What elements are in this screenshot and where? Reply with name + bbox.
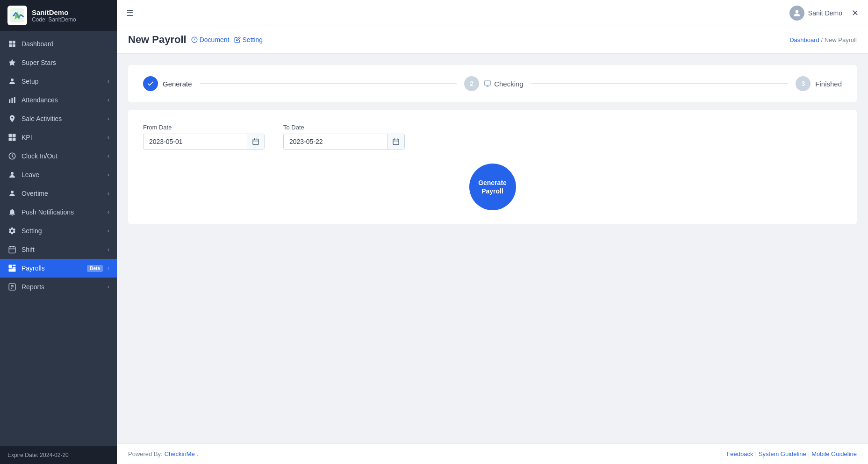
svg-rect-34 bbox=[484, 81, 490, 85]
sidebar-item-reports[interactable]: Reports ‹ bbox=[0, 278, 117, 296]
svg-rect-37 bbox=[253, 139, 258, 145]
chevron-icon: ‹ bbox=[108, 246, 109, 253]
to-date-input[interactable] bbox=[284, 134, 387, 149]
feedback-link[interactable]: Feedback bbox=[726, 450, 753, 457]
mobile-guideline-link[interactable]: Mobile Guideline bbox=[811, 450, 857, 457]
to-date-picker-button[interactable] bbox=[387, 134, 404, 149]
svg-point-16 bbox=[11, 172, 14, 175]
from-date-wrapper bbox=[143, 134, 265, 150]
chevron-icon: ‹ bbox=[108, 97, 109, 103]
svg-point-17 bbox=[11, 191, 14, 193]
overtime-icon bbox=[7, 189, 17, 198]
payroll-icon bbox=[7, 264, 17, 273]
chevron-icon: ‹ bbox=[108, 171, 109, 178]
sidebar-item-label: Super Stars bbox=[22, 59, 109, 66]
clock-icon bbox=[7, 151, 17, 161]
sidebar-item-clockinout[interactable]: Clock In/Out ‹ bbox=[0, 147, 117, 165]
sidebar-item-overtime[interactable]: Overtime ‹ bbox=[0, 184, 117, 203]
chevron-icon: ‹ bbox=[108, 228, 109, 234]
chart-icon bbox=[7, 95, 17, 105]
sidebar-item-leave[interactable]: Leave ‹ bbox=[0, 165, 117, 184]
from-date-input[interactable] bbox=[143, 134, 247, 149]
svg-rect-12 bbox=[13, 134, 16, 137]
person-icon bbox=[7, 77, 17, 86]
sidebar-nav: Dashboard Super Stars Setup ‹ Attendance… bbox=[0, 31, 117, 446]
user-menu[interactable]: Sanit Demo bbox=[789, 6, 842, 21]
footer-links: Feedback | System Guideline | Mobile Gui… bbox=[726, 450, 857, 457]
sidebar-item-payrolls[interactable]: Payrolls Beta ‹ bbox=[0, 259, 117, 278]
sidebar-item-label: KPI bbox=[22, 134, 103, 141]
setting-link[interactable]: Setting bbox=[234, 36, 263, 43]
sidebar-item-label: Attendances bbox=[22, 96, 103, 104]
sidebar-item-label: Payrolls bbox=[22, 264, 82, 272]
from-date-picker-button[interactable] bbox=[247, 134, 264, 149]
step-line-1 bbox=[200, 83, 457, 84]
step-number-checking: 2 bbox=[470, 80, 473, 87]
sidebar-item-pushnotifications[interactable]: Push Notifications ‹ bbox=[0, 203, 117, 221]
sidebar-item-label: Leave bbox=[22, 171, 103, 178]
svg-rect-8 bbox=[9, 100, 10, 103]
chevron-icon: ‹ bbox=[108, 209, 109, 215]
reports-icon bbox=[7, 282, 17, 292]
chevron-icon: ‹ bbox=[108, 153, 109, 159]
svg-rect-9 bbox=[12, 98, 13, 103]
checkinme-link[interactable]: CheckinMe bbox=[165, 450, 195, 457]
steps-container: Generate 2 Checking 3 bbox=[128, 65, 857, 102]
breadcrumb-home[interactable]: Dashboard bbox=[789, 36, 819, 43]
form-row: From Date To Date bbox=[143, 124, 842, 150]
sidebar-item-attendances[interactable]: Attendances ‹ bbox=[0, 91, 117, 109]
sidebar-item-setting[interactable]: Setting ‹ bbox=[0, 221, 117, 240]
system-guideline-link[interactable]: System Guideline bbox=[759, 450, 806, 457]
svg-rect-13 bbox=[9, 138, 12, 141]
svg-rect-18 bbox=[9, 247, 15, 253]
svg-rect-23 bbox=[13, 265, 16, 266]
footer: Powered By: CheckinMe . Feedback | Syste… bbox=[117, 443, 868, 464]
bell-icon bbox=[7, 207, 17, 217]
to-date-wrapper bbox=[283, 134, 405, 150]
chevron-icon: ‹ bbox=[108, 284, 109, 290]
page-title: New Payroll bbox=[128, 34, 187, 46]
to-date-group: To Date bbox=[283, 124, 405, 150]
step-circle-checking: 2 bbox=[464, 76, 479, 91]
sidebar-item-label: Shift bbox=[22, 246, 103, 253]
form-container: From Date To Date bbox=[128, 110, 857, 224]
svg-rect-11 bbox=[9, 134, 12, 137]
beta-badge: Beta bbox=[87, 265, 103, 272]
sidebar-item-superstars[interactable]: Super Stars bbox=[0, 53, 117, 72]
leave-icon bbox=[7, 170, 17, 179]
pin-icon bbox=[7, 114, 17, 123]
svg-rect-41 bbox=[393, 139, 399, 145]
hamburger-icon[interactable]: ☰ bbox=[126, 8, 134, 18]
sidebar-item-dashboard[interactable]: Dashboard bbox=[0, 35, 117, 53]
sidebar: SanitDemo Code: SanitDemo Dashboard Supe… bbox=[0, 0, 117, 464]
page-header: New Payroll Document Setting Dashboard /… bbox=[117, 26, 868, 54]
main-content: ☰ Sanit Demo ✕ New Payroll Document Sett… bbox=[117, 0, 868, 464]
sidebar-app-code: Code: SanitDemo bbox=[32, 16, 76, 23]
sidebar-item-saleactivities[interactable]: Sale Activities ‹ bbox=[0, 109, 117, 128]
step-number-finished: 3 bbox=[801, 80, 805, 87]
powered-by-label: Powered By: bbox=[128, 450, 163, 457]
shift-icon bbox=[7, 245, 17, 254]
sidebar-item-shift[interactable]: Shift ‹ bbox=[0, 240, 117, 259]
gear-icon bbox=[7, 226, 17, 236]
svg-marker-6 bbox=[9, 59, 16, 66]
sidebar-item-kpi[interactable]: KPI ‹ bbox=[0, 128, 117, 147]
breadcrumb: Dashboard / New Payroll bbox=[789, 36, 857, 43]
svg-rect-2 bbox=[9, 41, 12, 43]
avatar bbox=[789, 6, 804, 21]
close-icon[interactable]: ✕ bbox=[852, 8, 859, 18]
sidebar-item-label: Clock In/Out bbox=[22, 152, 103, 160]
svg-rect-10 bbox=[14, 97, 15, 103]
generate-payroll-button[interactable]: GeneratePayroll bbox=[469, 164, 516, 210]
to-date-label: To Date bbox=[283, 124, 405, 131]
sidebar-item-setup[interactable]: Setup ‹ bbox=[0, 72, 117, 91]
chevron-icon: ‹ bbox=[108, 190, 109, 197]
svg-rect-4 bbox=[9, 44, 12, 47]
sidebar-app-name: SanitDemo bbox=[32, 8, 76, 16]
sidebar-item-label: Setup bbox=[22, 78, 103, 85]
document-link[interactable]: Document bbox=[191, 36, 230, 43]
svg-point-7 bbox=[11, 79, 14, 81]
content-area: New Payroll Document Setting Dashboard /… bbox=[117, 26, 868, 464]
sidebar-item-label: Dashboard bbox=[22, 40, 109, 48]
dashboard-icon bbox=[7, 39, 17, 49]
